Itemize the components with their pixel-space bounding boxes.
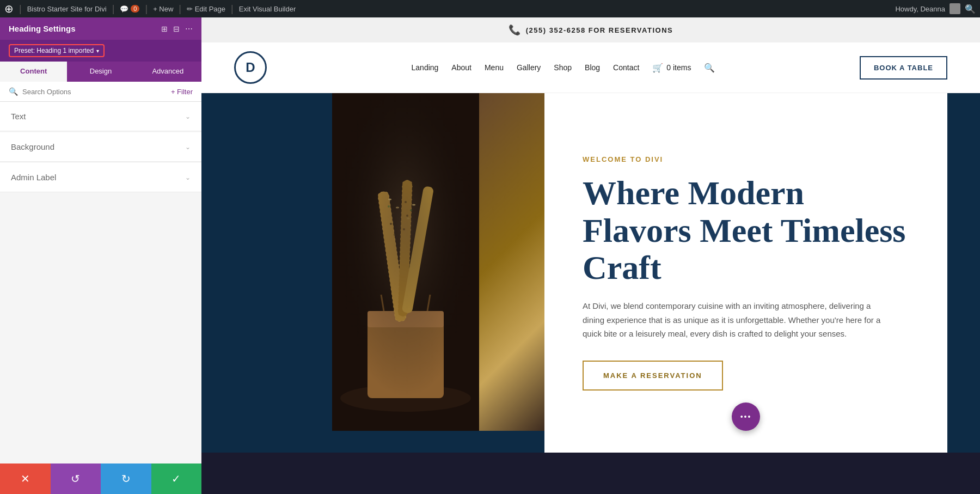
new-link[interactable]: + New	[153, 5, 173, 13]
option-text-label: Text	[11, 112, 26, 121]
save-button[interactable]: ✓	[151, 463, 202, 494]
nav-blog[interactable]: Blog	[585, 63, 600, 72]
comment-icon: 💬	[120, 5, 128, 13]
tab-design[interactable]: Design	[67, 62, 134, 82]
option-text-chevron: ⌄	[185, 113, 191, 120]
panel-header: Heading Settings ⊞ ⊟ ⋯	[0, 17, 201, 40]
option-admin-label[interactable]: Admin Label ⌄	[0, 163, 201, 192]
option-admin-label-chevron: ⌄	[185, 174, 191, 181]
preset-bar: Preset: Heading 1 imported ▾	[0, 40, 201, 62]
edit-page-label: ✏ Edit Page	[187, 5, 225, 13]
welcome-label: WELCOME TO DIVI	[583, 155, 909, 163]
panel-icon-more[interactable]: ⋯	[185, 25, 193, 33]
nav-contact[interactable]: Contact	[613, 63, 639, 72]
search-input[interactable]	[22, 88, 167, 96]
nav-cart[interactable]: 🛒 0 items	[652, 63, 691, 73]
admin-bar-sep4: |	[179, 3, 181, 15]
make-reservation-button[interactable]: MAKE A RESERVATION	[583, 361, 723, 391]
hero-heading: Where Modern Flavors Meet Timeless Craft	[583, 174, 909, 286]
cancel-button[interactable]: ✕	[0, 463, 51, 494]
hero-image	[332, 93, 544, 431]
undo-button[interactable]: ↺	[51, 463, 101, 494]
preset-badge[interactable]: Preset: Heading 1 imported ▾	[9, 44, 105, 57]
site-header: D Landing About Menu Gallery Shop Blog C…	[201, 42, 980, 93]
filter-button[interactable]: + Filter	[171, 88, 193, 96]
nav-shop[interactable]: Shop	[554, 63, 572, 72]
exit-builder-label: Exit Visual Builder	[239, 5, 296, 13]
panel-options: Text ⌄ Background ⌄ Admin Label ⌄	[0, 102, 201, 463]
preset-label: Preset: Heading 1 imported	[14, 47, 94, 54]
phone-number: (255) 352-6258 FOR RESERVATIONS	[526, 26, 673, 34]
wordpress-icon[interactable]: ⊕	[4, 2, 14, 15]
admin-bar-separator: |	[19, 3, 22, 15]
admin-bar-left: ⊕ | Bistro Starter Site for Divi | 💬 0 |…	[4, 2, 889, 15]
exit-builder-link[interactable]: Exit Visual Builder	[239, 5, 296, 13]
panel-title: Heading Settings	[9, 24, 76, 33]
panel-icon-layout[interactable]: ⊟	[173, 25, 180, 33]
nav-menu[interactable]: Menu	[485, 63, 504, 72]
admin-avatar[interactable]	[950, 3, 960, 14]
comments-link[interactable]: 💬 0	[120, 5, 139, 13]
floating-menu-icon: •••	[740, 412, 752, 421]
tab-advanced[interactable]: Advanced	[134, 62, 201, 82]
main-content: 📞 (255) 352-6258 FOR RESERVATIONS D Land…	[201, 17, 980, 494]
admin-search-icon[interactable]: 🔍	[965, 4, 976, 14]
svg-rect-23	[332, 93, 479, 431]
panel-icon-responsive[interactable]: ⊞	[161, 25, 168, 33]
top-bar: 📞 (255) 352-6258 FOR RESERVATIONS	[201, 17, 980, 42]
panel-header-icons: ⊞ ⊟ ⋯	[161, 25, 193, 33]
admin-bar-sep3: |	[145, 3, 148, 15]
food-illustration	[332, 93, 479, 431]
admin-bar-sep2: |	[112, 3, 115, 15]
nav-gallery[interactable]: Gallery	[517, 63, 541, 72]
option-background[interactable]: Background ⌄	[0, 132, 201, 162]
preset-chevron-icon: ▾	[96, 48, 99, 54]
nav-landing[interactable]: Landing	[412, 63, 439, 72]
nav-about[interactable]: About	[451, 63, 471, 72]
search-icon[interactable]: 🔍	[704, 63, 715, 73]
option-admin-label-text: Admin Label	[11, 173, 56, 182]
panel-search-bar[interactable]: 🔍 + Filter	[0, 82, 201, 102]
hero-body: At Divi, we blend contemporary cuisine w…	[583, 299, 887, 341]
option-background-label: Background	[11, 142, 54, 151]
cart-count: 0 items	[666, 63, 691, 72]
howdy-text: Howdy, Deanna	[895, 5, 945, 13]
panel-footer: ✕ ↺ ↻ ✓	[0, 463, 201, 494]
admin-bar: ⊕ | Bistro Starter Site for Divi | 💬 0 |…	[0, 0, 980, 17]
redo-button[interactable]: ↻	[101, 463, 151, 494]
new-label: + New	[153, 5, 173, 13]
site-nav: Landing About Menu Gallery Shop Blog Con…	[412, 63, 715, 73]
site-name-link[interactable]: Bistro Starter Site for Divi	[27, 5, 107, 13]
hero-section: WELCOME TO DIVI Where Modern Flavors Mee…	[201, 93, 980, 453]
site-logo[interactable]: D	[234, 51, 267, 84]
admin-bar-sep5: |	[231, 3, 234, 15]
left-panel: Heading Settings ⊞ ⊟ ⋯ Preset: Heading 1…	[0, 17, 201, 494]
edit-page-link[interactable]: ✏ Edit Page	[187, 5, 225, 13]
panel-tabs: Content Design Advanced	[0, 62, 201, 82]
search-icon: 🔍	[9, 87, 18, 96]
hero-left-strip	[201, 93, 267, 453]
tab-content[interactable]: Content	[0, 62, 67, 82]
option-background-chevron: ⌄	[185, 143, 191, 151]
book-table-button[interactable]: BOOK A TABLE	[860, 56, 947, 80]
floating-menu-button[interactable]: •••	[732, 402, 760, 431]
phone-icon: 📞	[509, 24, 520, 36]
cart-icon: 🛒	[652, 63, 663, 73]
hero-right-strip	[947, 93, 980, 453]
comment-badge: 0	[131, 5, 139, 13]
admin-bar-right: Howdy, Deanna 🔍	[895, 3, 976, 14]
hero-right: WELCOME TO DIVI Where Modern Flavors Mee…	[544, 93, 947, 453]
option-text[interactable]: Text ⌄	[0, 102, 201, 131]
